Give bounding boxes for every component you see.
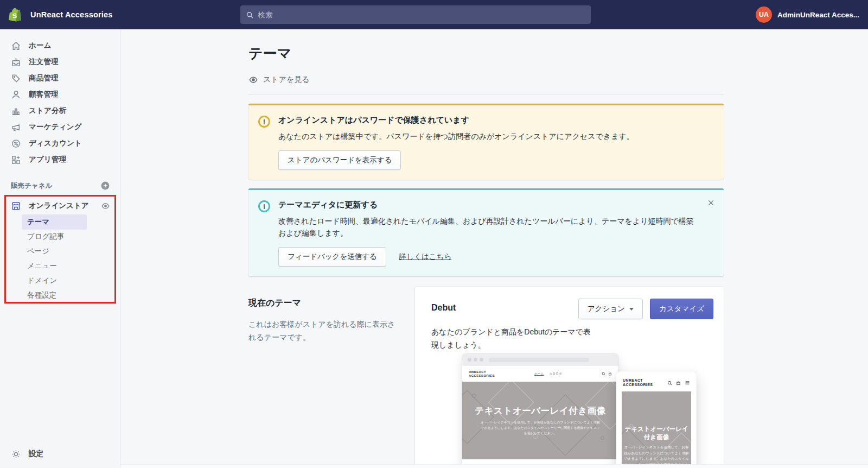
editor-banner-body: 改善されたロード時間、最適化されたモバイル編集、および再設計されたツールバーによ… xyxy=(278,215,701,239)
online-store-label: オンラインストア xyxy=(29,201,93,211)
sidebar-item-marketing[interactable]: マーケティング xyxy=(0,119,120,135)
preview-hero-body: オーバーレイテキストを使用して、お客様があなたのブランドについてよく理解できるよ… xyxy=(480,420,602,436)
actions-dropdown-button[interactable]: アクション xyxy=(578,299,643,319)
current-theme-annotation: 現在のテーマ これはお客様がストアを訪れる際に表示されるテーマです。 xyxy=(248,287,402,468)
desktop-preview: UNREACT ACCESSORIES ホーム カタログ xyxy=(462,353,618,468)
marketing-icon xyxy=(11,122,21,132)
main-content: テーマ ストアを見る ! オンラインストアはパスワードで保護されています あなた… xyxy=(120,29,868,468)
search-icon xyxy=(246,11,253,19)
view-store-eye-icon[interactable] xyxy=(101,201,110,211)
actions-label: アクション xyxy=(588,304,625,314)
sidebar-item-menus[interactable]: メニュー xyxy=(0,258,120,273)
browser-chrome xyxy=(462,353,618,366)
customize-button[interactable]: カスタマイズ xyxy=(650,299,713,319)
sidebar-item-online-store[interactable]: オンラインストア xyxy=(0,197,120,214)
home-icon xyxy=(11,41,21,51)
preview-store-logo: UNREACT ACCESSORIES xyxy=(469,370,495,378)
send-feedback-button[interactable]: フィードバックを送信する xyxy=(278,247,386,267)
sidebar-item-discounts[interactable]: ディスカウント xyxy=(0,135,120,151)
preview-nav: ホーム カタログ xyxy=(495,372,602,376)
products-icon xyxy=(11,73,21,84)
preview-hero-title: テキストオーバーレイ付き画像 xyxy=(475,405,605,417)
sidebar-item-label: ホーム xyxy=(29,41,52,50)
sidebar-item-label: 顧客管理 xyxy=(29,90,59,99)
search-input[interactable] xyxy=(258,11,585,19)
sidebar-item-orders[interactable]: 注文管理 xyxy=(0,54,120,70)
show-password-button[interactable]: ストアのパスワードを表示する xyxy=(278,150,401,170)
shopify-logo-icon: S xyxy=(8,7,24,23)
page-title: テーマ xyxy=(248,44,724,63)
apps-icon xyxy=(11,155,21,165)
sidebar-item-label: ディスカウント xyxy=(29,138,82,148)
store-name: UnReact Accessories xyxy=(30,10,113,19)
viewport-bottom-edge xyxy=(120,464,868,468)
sales-channels-header: 販売チャネル xyxy=(0,179,120,193)
theme-description: あなたのブランドと商品をDebutのテーマで表現しましょう。 xyxy=(431,325,594,351)
current-theme-description: これはお客様がストアを訪れる際に表示されるテーマです。 xyxy=(248,318,402,344)
alert-circle-icon: ! xyxy=(258,116,270,128)
sidebar-item-label: 商品管理 xyxy=(29,73,59,83)
sidebar: ホーム 注文管理 商品管理 顧客管理 ストア分析 マーケティング ディスカウント xyxy=(0,29,120,468)
preview-store-logo: UNREACT ACCESSORIES xyxy=(623,378,667,387)
sidebar-item-label: ブログ記事 xyxy=(27,232,64,242)
sidebar-item-label: マーケティング xyxy=(29,122,82,132)
orders-icon xyxy=(11,57,21,67)
sidebar-item-label: ストア分析 xyxy=(29,106,66,116)
sidebar-item-products[interactable]: 商品管理 xyxy=(0,70,120,86)
editor-banner-title: テーマエディタに更新する xyxy=(278,199,701,210)
add-channel-icon[interactable] xyxy=(100,181,110,191)
sidebar-item-label: 注文管理 xyxy=(29,57,59,67)
sidebar-item-blog-posts[interactable]: ブログ記事 xyxy=(0,229,120,244)
learn-more-link[interactable]: 詳しくはこちら xyxy=(399,252,451,262)
customers-icon xyxy=(11,90,21,100)
cart-bag-icon xyxy=(608,372,612,376)
divider xyxy=(248,94,724,95)
sidebar-item-settings[interactable]: 設定 xyxy=(0,445,120,463)
gear-icon xyxy=(11,449,21,459)
url-bar xyxy=(489,358,589,362)
sidebar-item-label: アプリ管理 xyxy=(29,155,66,165)
hamburger-menu-icon xyxy=(685,380,690,385)
editor-banner: i テーマエディタに更新する 改善されたロード時間、最適化されたモバイル編集、お… xyxy=(248,188,724,276)
topbar: S UnReact Accessories UA AdminUnReact Ac… xyxy=(0,0,868,29)
preview-hero-title: テキストオーバーレイ付き画像 xyxy=(622,425,691,441)
sidebar-item-label: ページ xyxy=(27,246,49,256)
chevron-down-icon xyxy=(629,308,634,311)
theme-card: Debut アクション カスタマイズ あなたのブランドと商品をDebutのテーマ… xyxy=(415,287,724,468)
sidebar-item-pages[interactable]: ページ xyxy=(0,244,120,258)
view-store-link[interactable]: ストアを見る xyxy=(248,75,724,85)
sidebar-item-preferences[interactable]: 各種設定 xyxy=(0,288,120,302)
sidebar-item-label: メニュー xyxy=(27,261,57,271)
password-banner-title: オンラインストアはパスワードで保護されています xyxy=(278,115,634,125)
sidebar-item-analytics[interactable]: ストア分析 xyxy=(0,103,120,119)
storefront-icon xyxy=(11,201,21,211)
theme-name: Debut xyxy=(431,299,456,313)
cart-bag-icon xyxy=(676,381,681,385)
user-name: AdminUnReact Acces... xyxy=(777,11,859,19)
close-icon[interactable] xyxy=(707,199,715,207)
info-circle-icon: i xyxy=(258,200,270,212)
sidebar-item-apps[interactable]: アプリ管理 xyxy=(0,151,120,168)
settings-label: 設定 xyxy=(29,449,43,459)
password-banner: ! オンラインストアはパスワードで保護されています あなたのストアは構築中です。… xyxy=(248,104,724,180)
user-menu[interactable]: UA AdminUnReact Acces... xyxy=(756,0,859,29)
sales-channels-label: 販売チャネル xyxy=(11,181,52,191)
global-search[interactable] xyxy=(240,5,591,24)
sidebar-item-home[interactable]: ホーム xyxy=(0,37,120,54)
search-icon xyxy=(602,372,605,376)
sidebar-item-domains[interactable]: ドメイン xyxy=(0,273,120,288)
store-switcher[interactable]: S UnReact Accessories xyxy=(0,7,233,23)
avatar: UA xyxy=(756,7,772,23)
sidebar-item-customers[interactable]: 顧客管理 xyxy=(0,86,120,103)
current-theme-heading: 現在のテーマ xyxy=(248,298,402,309)
mobile-preview: UNREACT ACCESSORIES xyxy=(616,371,697,468)
password-banner-body: あなたのストアは構築中です。パスワードを持つ訪問者のみがオンラインストアにアクセ… xyxy=(278,130,634,142)
svg-text:S: S xyxy=(12,12,17,20)
view-store-label: ストアを見る xyxy=(263,75,310,85)
sidebar-item-label: ドメイン xyxy=(27,276,57,286)
analytics-icon xyxy=(11,106,21,116)
eye-icon xyxy=(248,75,258,85)
search-icon xyxy=(667,381,672,385)
sidebar-item-themes[interactable]: テーマ xyxy=(0,214,120,229)
sidebar-item-label: 各種設定 xyxy=(27,290,56,300)
